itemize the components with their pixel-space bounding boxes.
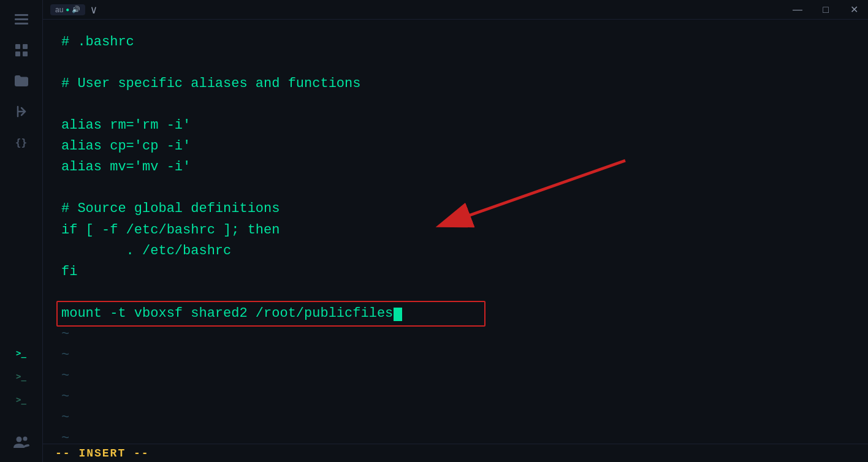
- code-line-tilde-2: ~: [61, 345, 850, 366]
- svg-rect-0: [15, 14, 28, 16]
- titlebar-controls: — □ ✕: [783, 0, 868, 20]
- svg-rect-1: [15, 18, 28, 20]
- chevron-down-icon[interactable]: ∨: [90, 3, 97, 17]
- title-badge: au ● 🔊: [50, 4, 85, 15]
- svg-rect-3: [15, 44, 20, 49]
- code-line-alias-cp: alias cp='cp -i': [61, 136, 850, 157]
- titlebar-left: au ● 🔊 ∨: [43, 3, 783, 17]
- code-line-tilde-1: ~: [61, 324, 850, 345]
- code-line-empty-3: [61, 178, 850, 199]
- badge-dot-icon: ●: [66, 6, 69, 13]
- cursor: [394, 308, 402, 321]
- code-line-empty-2: [61, 94, 850, 115]
- code-line-mount: mount -t vboxsf shared2 /root/publicfile…: [61, 303, 402, 324]
- minimize-button[interactable]: —: [783, 0, 812, 20]
- code-line-empty-4: [61, 282, 850, 303]
- grid-icon[interactable]: [8, 37, 35, 64]
- svg-rect-2: [15, 23, 28, 25]
- braces-icon[interactable]: {}: [8, 129, 35, 156]
- code-line-bashrc: # .bashrc: [61, 32, 850, 53]
- code-line-tilde-5: ~: [61, 407, 850, 428]
- code-line-alias-rm: alias rm='rm -i': [61, 115, 850, 136]
- svg-rect-6: [23, 51, 28, 56]
- code-line-tilde-4: ~: [61, 387, 850, 407]
- code-line-if: if [ -f /etc/bashrc ]; then: [61, 220, 850, 241]
- code-line-mount-wrapper: mount -t vboxsf shared2 /root/publicfile…: [61, 303, 402, 324]
- code-line-dot-bashrc: . /etc/bashrc: [61, 241, 850, 262]
- titlebar: au ● 🔊 ∨ — □ ✕: [43, 0, 868, 20]
- folder-icon[interactable]: [8, 67, 35, 94]
- badge-audio-icon: 🔊: [72, 6, 80, 13]
- insert-mode-label: -- INSERT --: [55, 447, 150, 460]
- svg-rect-5: [15, 51, 20, 56]
- code-line-tilde-3: ~: [61, 366, 850, 387]
- svg-point-8: [23, 437, 27, 441]
- terminal-icon-2[interactable]: >_: [8, 366, 35, 386]
- hamburger-icon[interactable]: [8, 6, 35, 33]
- svg-point-7: [16, 437, 21, 442]
- code-line-fi: fi: [61, 262, 850, 282]
- code-line-comment-aliases: # User specific aliases and functions: [61, 74, 850, 94]
- badge-text: au: [55, 6, 63, 14]
- statusbar: -- INSERT --: [43, 444, 868, 462]
- people-icon[interactable]: [8, 429, 35, 456]
- editor-area[interactable]: # .bashrc # User specific aliases and fu…: [43, 20, 868, 444]
- close-button[interactable]: ✕: [840, 0, 868, 20]
- code-line-comment-source: # Source global definitions: [61, 199, 850, 219]
- terminal-icon-3[interactable]: >_: [8, 390, 35, 409]
- code-line-empty-1: [61, 53, 850, 74]
- code-line-tilde-6: ~: [61, 428, 850, 444]
- maximize-button[interactable]: □: [812, 0, 840, 20]
- code-line-alias-mv: alias mv='mv -i': [61, 157, 850, 178]
- forward-icon[interactable]: [8, 98, 35, 125]
- main-area: au ● 🔊 ∨ — □ ✕ # .bashrc # User specific: [43, 0, 868, 462]
- terminal-icon-1[interactable]: >_: [8, 343, 35, 363]
- svg-rect-4: [23, 44, 28, 49]
- sidebar: {} >_ >_ >_: [0, 0, 43, 462]
